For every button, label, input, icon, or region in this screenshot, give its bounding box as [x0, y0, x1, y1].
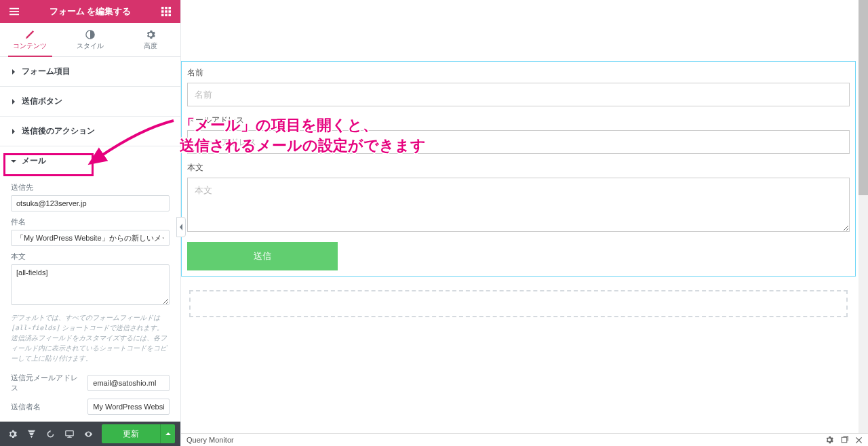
canvas-scroll[interactable]: 名前 メールアドレス 本文 送信: [181, 0, 868, 433]
widgets-icon[interactable]: [159, 4, 174, 19]
add-section-placeholder[interactable]: [189, 290, 848, 317]
tab-advanced[interactable]: 高度: [120, 23, 180, 56]
vertical-scrollbar[interactable]: [859, 0, 868, 433]
section-email[interactable]: メール: [0, 146, 180, 176]
tab-style[interactable]: スタイル: [60, 23, 121, 56]
preview-email-label: メールアドレス: [187, 115, 850, 126]
mail-from-name-label: 送信者名: [11, 402, 82, 412]
svg-rect-9: [161, 14, 164, 17]
tab-style-label: スタイル: [77, 42, 104, 49]
mail-to-input[interactable]: [11, 195, 170, 211]
statusbar-gear-icon[interactable]: [825, 436, 833, 444]
svg-rect-10: [165, 14, 167, 17]
svg-rect-3: [161, 7, 164, 9]
caret-down-icon: [11, 157, 16, 166]
mail-from-label: 送信元メールアドレス: [11, 373, 82, 393]
sidebar-header: フォーム を編集する: [0, 0, 180, 23]
preview-submit-button[interactable]: 送信: [187, 242, 338, 270]
preview-name-label: 名前: [187, 67, 850, 79]
collapse-sidebar-handle[interactable]: [176, 217, 186, 237]
update-dropdown[interactable]: [160, 424, 175, 443]
preview-icon[interactable]: [79, 422, 98, 446]
navigator-icon[interactable]: [22, 422, 41, 446]
editor-sidebar: フォーム を編集する コンテンツ スタイル 高度: [0, 0, 181, 446]
preview-message-input[interactable]: [187, 178, 850, 232]
preview-name-input[interactable]: [187, 83, 850, 106]
tab-content-label: コンテンツ: [13, 42, 47, 49]
mail-body-input[interactable]: [11, 264, 170, 305]
preview-message-label: 本文: [187, 162, 850, 174]
query-monitor-label[interactable]: Query Monitor: [186, 436, 234, 444]
svg-rect-1: [9, 11, 19, 12]
svg-rect-5: [169, 7, 172, 9]
tab-content[interactable]: コンテンツ: [0, 23, 60, 56]
sidebar-scroll[interactable]: フォーム項目 送信ボタン 送信後のアクション メール: [0, 57, 180, 422]
mail-to-label: 送信先: [11, 182, 170, 192]
section-submit-button[interactable]: 送信ボタン: [0, 87, 180, 116]
svg-rect-13: [65, 430, 73, 435]
sidebar-tabs: コンテンツ スタイル 高度: [0, 23, 180, 57]
section-after-submit[interactable]: 送信後のアクション: [0, 117, 180, 146]
preview-email-input[interactable]: [187, 130, 850, 154]
editor-canvas: 名前 メールアドレス 本文 送信 Query Monitor: [181, 0, 868, 446]
history-icon[interactable]: [41, 422, 60, 446]
svg-rect-14: [68, 436, 70, 437]
mail-from-input[interactable]: [87, 375, 170, 391]
svg-rect-4: [165, 7, 167, 9]
form-widget[interactable]: 名前 メールアドレス 本文 送信: [181, 61, 856, 277]
section-form-fields[interactable]: フォーム項目: [0, 57, 180, 86]
status-bar: Query Monitor: [181, 433, 868, 446]
svg-rect-7: [165, 10, 167, 13]
svg-rect-2: [9, 14, 19, 16]
settings-icon[interactable]: [3, 422, 22, 446]
menu-icon[interactable]: [7, 4, 22, 19]
section-email-body: 送信先 件名 本文 デフォルトでは、すべてのフォームフィールドは[all-fie…: [0, 176, 180, 422]
mail-subject-input[interactable]: [11, 230, 170, 246]
sidebar-footer: 更新: [0, 422, 180, 446]
section-email-label: メール: [22, 155, 46, 167]
svg-rect-0: [9, 8, 19, 9]
svg-rect-11: [169, 14, 172, 17]
sidebar-title: フォーム を編集する: [22, 5, 159, 18]
responsive-icon[interactable]: [60, 422, 79, 446]
section-submit-button-label: 送信ボタン: [22, 96, 62, 107]
mail-body-label: 本文: [11, 251, 170, 262]
update-button[interactable]: 更新: [102, 424, 160, 443]
tab-advanced-label: 高度: [144, 42, 157, 49]
mail-body-hint: デフォルトでは、すべてのフォームフィールドは[all-fields] ショートコ…: [11, 312, 170, 363]
statusbar-close-icon[interactable]: [855, 437, 863, 444]
svg-rect-15: [67, 437, 72, 437]
mail-from-name-input[interactable]: [87, 399, 170, 415]
caret-right-icon: [11, 67, 16, 77]
section-after-submit-label: 送信後のアクション: [22, 125, 95, 137]
svg-rect-8: [169, 10, 172, 13]
caret-right-icon: [11, 97, 16, 106]
statusbar-popout-icon[interactable]: [840, 436, 848, 444]
mail-subject-label: 件名: [11, 217, 170, 227]
section-form-fields-label: フォーム項目: [22, 66, 71, 77]
caret-right-icon: [11, 127, 16, 136]
svg-rect-6: [161, 10, 164, 13]
